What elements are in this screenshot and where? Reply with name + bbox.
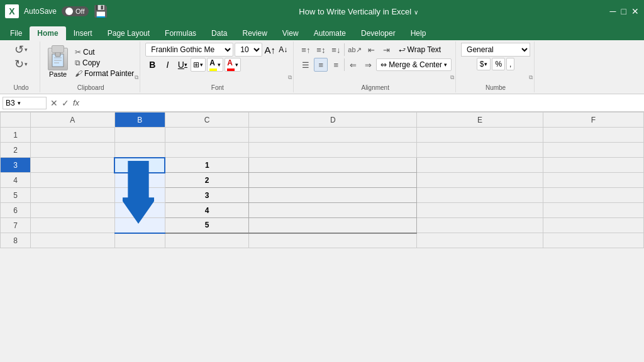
tab-developer[interactable]: Developer: [353, 26, 403, 40]
tab-home[interactable]: Home: [30, 26, 65, 40]
align-center-button[interactable]: ≡: [314, 58, 328, 72]
cell-e1[interactable]: [417, 128, 543, 143]
cell-f1[interactable]: [543, 128, 643, 143]
comma-button[interactable]: ,: [506, 58, 514, 70]
bold-button[interactable]: B: [145, 58, 159, 72]
undo-dropdown[interactable]: ▾: [25, 47, 28, 53]
cell-d7[interactable]: [249, 218, 417, 233]
cell-e2[interactable]: [417, 143, 543, 158]
row-header-5[interactable]: 5: [1, 188, 31, 203]
merge-dropdown-icon[interactable]: ▾: [444, 62, 447, 68]
font-color-dropdown[interactable]: A ▾: [225, 58, 241, 72]
align-expand-icon[interactable]: ⧉: [450, 74, 454, 81]
cell-c5[interactable]: 3: [165, 188, 249, 203]
underline-dropdown[interactable]: ▾: [184, 62, 187, 68]
formula-input[interactable]: [84, 97, 641, 109]
row-header-8[interactable]: 8: [1, 233, 31, 248]
cell-c7[interactable]: 5: [165, 218, 249, 233]
col-header-a[interactable]: A: [31, 112, 115, 128]
font-name-select[interactable]: Franklin Gothic Me Arial Calibri: [145, 43, 233, 57]
align-right-button[interactable]: ≡: [329, 58, 343, 72]
cell-f2[interactable]: [543, 143, 643, 158]
currency-button[interactable]: $ ▾: [477, 58, 491, 70]
cell-b3[interactable]: [114, 158, 165, 173]
grow-font-button[interactable]: A↑: [264, 43, 276, 56]
cell-b1[interactable]: [114, 128, 165, 143]
cell-c2[interactable]: [165, 143, 249, 158]
cell-a2[interactable]: [31, 143, 115, 158]
cell-a3[interactable]: [31, 158, 115, 173]
align-top-button[interactable]: ≡↑: [299, 43, 313, 57]
percent-button[interactable]: %: [492, 58, 505, 70]
minimize-icon[interactable]: ─: [610, 6, 616, 16]
highlight-dropdown[interactable]: A ▾: [207, 58, 223, 72]
cell-c4[interactable]: 2: [165, 173, 249, 188]
cell-d4[interactable]: [249, 173, 417, 188]
paste-button[interactable]: Paste: [45, 47, 70, 79]
cell-f8[interactable]: [543, 233, 643, 248]
autosave-toggle[interactable]: Off: [62, 6, 88, 16]
font-expand-icon[interactable]: ⧉: [288, 74, 292, 81]
cell-c8[interactable]: [165, 233, 249, 248]
number-format-select[interactable]: General: [461, 43, 530, 57]
align-left-button[interactable]: ☰: [299, 58, 313, 72]
decrease-indent-button[interactable]: ⇐: [346, 58, 360, 72]
maximize-icon[interactable]: □: [621, 6, 626, 16]
indent-left-button[interactable]: ⇤: [365, 43, 379, 57]
redo-dropdown[interactable]: ▾: [25, 61, 28, 67]
tab-review[interactable]: Review: [235, 26, 274, 40]
orientation-button[interactable]: ab↗: [346, 43, 363, 57]
clipboard-expand-icon[interactable]: ⧉: [135, 74, 138, 81]
cell-ref-dropdown[interactable]: ▾: [18, 100, 21, 106]
cell-a6[interactable]: [31, 203, 115, 218]
cut-button[interactable]: ✂ Cut: [73, 47, 136, 57]
col-header-c[interactable]: C: [165, 112, 249, 128]
merge-center-button[interactable]: ⇔ Merge & Center ▾: [376, 58, 452, 71]
cell-a4[interactable]: [31, 173, 115, 188]
undo-button[interactable]: ↺ ▾: [14, 43, 28, 57]
redo-button[interactable]: ↻ ▾: [14, 57, 28, 71]
cell-c1[interactable]: [165, 128, 249, 143]
cell-a5[interactable]: [31, 188, 115, 203]
cell-b8[interactable]: [114, 233, 165, 248]
cell-f4[interactable]: [543, 173, 643, 188]
cell-b2[interactable]: [114, 143, 165, 158]
cell-d8[interactable]: [249, 233, 417, 248]
tab-file[interactable]: File: [3, 26, 30, 40]
align-middle-button[interactable]: ≡↕: [314, 43, 328, 57]
align-bottom-button[interactable]: ≡↓: [329, 43, 343, 57]
tab-data[interactable]: Data: [204, 26, 235, 40]
indent-right-button[interactable]: ⇥: [380, 43, 394, 57]
cell-e8[interactable]: [417, 233, 543, 248]
col-header-e[interactable]: E: [417, 112, 543, 128]
format-painter-button[interactable]: 🖌 Format Painter: [73, 69, 136, 79]
cell-d6[interactable]: [249, 203, 417, 218]
highlight-dropdown-icon[interactable]: ▾: [218, 62, 221, 68]
cell-e3[interactable]: [417, 158, 543, 173]
row-header-2[interactable]: 2: [1, 143, 31, 158]
wrap-text-button[interactable]: ⮐ Wrap Text: [395, 44, 445, 55]
cell-c6[interactable]: 4: [165, 203, 249, 218]
cell-e5[interactable]: [417, 188, 543, 203]
tab-automate[interactable]: Automate: [306, 26, 353, 40]
tab-formulas[interactable]: Formulas: [157, 26, 204, 40]
currency-dropdown[interactable]: ▾: [484, 61, 487, 67]
col-header-f[interactable]: F: [543, 112, 643, 128]
cell-c3[interactable]: 1: [165, 158, 249, 173]
cell-reference-box[interactable]: B3 ▾: [3, 97, 47, 109]
close-icon[interactable]: ✕: [631, 6, 639, 16]
font-size-select[interactable]: 10 8 12 14: [235, 43, 262, 57]
row-header-7[interactable]: 7: [1, 218, 31, 233]
cell-b6[interactable]: [114, 203, 165, 218]
cell-f7[interactable]: [543, 218, 643, 233]
cell-e7[interactable]: [417, 218, 543, 233]
cell-d2[interactable]: [249, 143, 417, 158]
italic-button[interactable]: I: [160, 58, 174, 72]
col-header-b[interactable]: B: [114, 112, 165, 128]
copy-button[interactable]: ⧉ Copy: [73, 58, 136, 68]
tab-page-layout[interactable]: Page Layout: [100, 26, 157, 40]
tab-help[interactable]: Help: [403, 26, 434, 40]
row-header-1[interactable]: 1: [1, 128, 31, 143]
confirm-formula-icon[interactable]: ✓: [60, 98, 70, 108]
font-color-dropdown-icon[interactable]: ▾: [235, 62, 238, 68]
